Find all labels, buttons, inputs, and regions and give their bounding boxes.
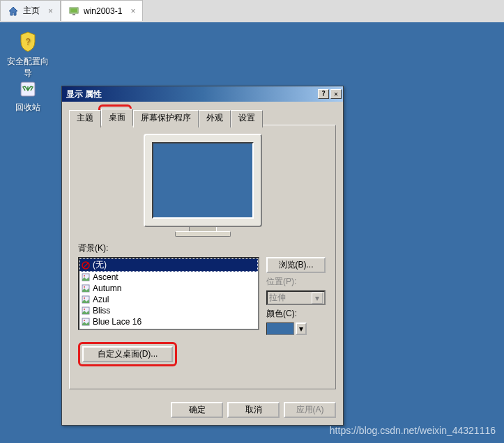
tab-desktop[interactable]: 桌面 [101, 109, 133, 126]
tab-vm-label: win2003-1 [84, 6, 122, 16]
svg-rect-1 [70, 8, 77, 13]
tab-home[interactable]: 主页 × [0, 0, 61, 21]
color-label: 颜色(C): [266, 308, 326, 320]
list-item[interactable]: Azul [79, 294, 258, 305]
tab-appearance[interactable]: 外观 [199, 110, 231, 127]
desktop-icon-label: 安全配置向导 [7, 56, 49, 79]
svg-point-14 [84, 309, 85, 310]
wallpaper-preview [78, 134, 327, 237]
image-file-icon [82, 273, 90, 281]
list-item[interactable]: Ascent [79, 272, 258, 283]
chevron-down-icon[interactable]: ▾ [296, 322, 307, 335]
image-file-icon [82, 284, 90, 293]
svg-point-8 [84, 275, 85, 277]
none-icon [82, 261, 90, 270]
shield-wizard-icon: ? [17, 31, 39, 53]
close-icon[interactable]: × [48, 6, 53, 16]
close-icon[interactable]: × [130, 6, 135, 16]
image-file-icon [82, 306, 90, 315]
help-button[interactable]: ? [318, 89, 329, 99]
svg-rect-2 [72, 14, 75, 15]
dialog-tabstrip: 主题 桌面 屏幕保护程序 外观 设置 [69, 109, 336, 126]
tab-settings[interactable]: 设置 [231, 110, 263, 127]
titlebar[interactable]: 显示 属性 ? ✕ [62, 86, 343, 102]
tab-home-label: 主页 [23, 5, 40, 17]
apply-button[interactable]: 应用(A) [284, 402, 336, 418]
svg-line-6 [83, 263, 89, 268]
position-combo[interactable]: 拉伸 ▾ [266, 290, 326, 305]
home-icon [8, 6, 19, 17]
color-swatch[interactable] [266, 322, 294, 335]
chevron-down-icon: ▾ [312, 293, 323, 304]
custom-desktop-button[interactable]: 自定义桌面(D)... [82, 346, 173, 362]
list-item[interactable]: Blue Lace 16 [79, 316, 258, 327]
desktop-icon-label: 回收站 [7, 102, 49, 114]
svg-point-10 [84, 286, 85, 288]
background-label: 背景(K): [78, 242, 327, 254]
display-properties-dialog: 显示 属性 ? ✕ 主题 桌面 屏幕保护程序 外观 设置 背景(K): [61, 86, 344, 426]
svg-text:?: ? [26, 37, 31, 47]
desktop-icon-recycle[interactable]: 回收站 [7, 77, 49, 114]
tab-theme[interactable]: 主题 [69, 110, 101, 127]
image-file-icon [82, 318, 90, 326]
list-item[interactable]: Bliss [79, 305, 258, 316]
dialog-footer: 确定 取消 应用(A) [62, 396, 343, 425]
tab-vm[interactable]: win2003-1 × [61, 0, 143, 21]
image-file-icon [82, 295, 90, 304]
close-button[interactable]: ✕ [330, 89, 342, 99]
preview-screen [152, 142, 254, 219]
svg-point-16 [84, 320, 85, 321]
position-label: 位置(P): [266, 276, 326, 288]
highlight-custom-desktop: 自定义桌面(D)... [78, 342, 177, 366]
ok-button[interactable]: 确定 [171, 402, 223, 418]
dialog-title: 显示 属性 [66, 88, 316, 100]
browse-button[interactable]: 浏览(B)... [266, 257, 326, 273]
svg-point-12 [84, 297, 85, 299]
tab-panel-desktop: 背景(K): (无) Ascent Autumn [69, 125, 336, 389]
recycle-bin-icon [17, 77, 39, 99]
background-listbox[interactable]: (无) Ascent Autumn Azul [78, 257, 259, 330]
vm-tab-bar: 主页 × win2003-1 × [0, 0, 504, 22]
watermark: https://blog.csdn.net/weixin_44321116 [330, 425, 496, 436]
list-item[interactable]: Autumn [79, 283, 258, 294]
desktop-icon-scw[interactable]: ? 安全配置向导 [7, 31, 49, 79]
tab-screensaver[interactable]: 屏幕保护程序 [133, 110, 199, 127]
list-item[interactable]: (无) [79, 258, 258, 272]
cancel-button[interactable]: 取消 [227, 402, 280, 418]
vm-icon [68, 6, 79, 17]
